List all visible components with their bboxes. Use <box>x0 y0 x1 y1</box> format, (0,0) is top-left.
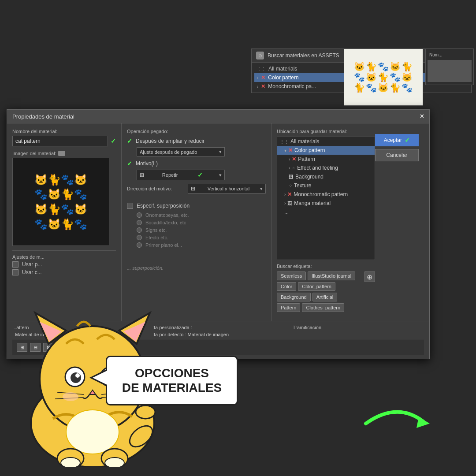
pattern-arrow-icon: › <box>289 157 290 162</box>
all-materials-dots: ⋮⋮ <box>257 67 266 71</box>
bottom-tram-value: Tramificación <box>293 325 424 330</box>
tag-color-pattern[interactable]: Color_pattern <box>298 282 335 291</box>
use-c-row: Usar c... <box>12 269 116 275</box>
accept-button[interactable]: Aceptar ✓ <box>375 134 419 146</box>
right-panel: Ubicación para guardar material: ⋮⋮ All … <box>271 123 429 321</box>
paste-adj-dropdown[interactable]: Ajuste después de pegado ▾ <box>137 147 225 156</box>
tree-all-materials[interactable]: ⋮⋮ All materials <box>277 137 375 146</box>
cat-thumbnails: 🐱🐈🐾🐱🐈🐾🐱🐈🐾🐱🐈🐾🐱🐈🐾 <box>344 49 423 105</box>
accept-checkmark: ✓ <box>405 137 410 144</box>
tree-pattern[interactable]: › ✕ Pattern <box>277 155 375 164</box>
cancel-button[interactable]: Cancelar <box>375 149 419 161</box>
tree-monochromatic[interactable]: › ✕ Monochromatic pattern <box>277 190 375 199</box>
color-pattern-label: Color pattern <box>268 74 298 81</box>
material-image-label: Imagen del material: <box>12 151 116 156</box>
manga-image-icon: 🖼 <box>287 201 292 206</box>
material-name-input[interactable] <box>12 136 108 146</box>
assets-title: Buscar materiales en ASSETS <box>268 52 339 59</box>
left-panel: Nombre del material: ✓ Imagen del materi… <box>7 123 122 321</box>
material-preview-box: 🐱🐈🐾🐱🐾🐱🐈🐾🐱🐈🐾🐱🐾🐱🐈🐾 <box>12 158 109 246</box>
paste-adj-arrow: ▾ <box>219 149 222 155</box>
tag-color[interactable]: Color <box>277 282 296 291</box>
color-pat-arrow-icon: ▾ <box>284 148 286 153</box>
specif-label: Especif. superposición <box>137 203 190 209</box>
all-materials-label: All materials <box>268 66 297 72</box>
use-c-checkbox[interactable] <box>12 269 19 275</box>
adjustments-label: Ajustes de m... <box>12 254 116 260</box>
radio-label-2: Bocadillo/texto, etc <box>145 220 186 225</box>
radio-1[interactable] <box>137 212 142 218</box>
effect-arrow-icon: › <box>289 166 290 171</box>
bubble-text-line2: DE MATERIALES <box>116 380 228 395</box>
folder-icon[interactable] <box>58 151 65 156</box>
svg-point-10 <box>75 373 80 378</box>
save-location-label: Ubicación para guardar material: <box>277 129 375 134</box>
svg-point-21 <box>66 410 119 454</box>
mono-arrow-icon: › <box>284 192 286 197</box>
direction-dropdown[interactable]: ⊞ Vertical y horizontal ▾ <box>188 184 266 193</box>
background-image-icon: 🖼 <box>289 174 294 179</box>
dialog-title: Propiedades de material <box>12 113 74 120</box>
green-arrow <box>361 397 432 434</box>
texture-text: Texture <box>294 182 311 189</box>
more-text: ... <box>284 209 289 215</box>
radio-5[interactable] <box>137 242 142 248</box>
use-p-row: Usar p... <box>12 261 116 268</box>
radio-row-1: Onomatopeyas, etc. <box>137 212 266 218</box>
motivo-check: ✓ <box>127 160 132 167</box>
tree-effect-feeling[interactable]: › ⁘ Effect and feeling <box>277 164 375 172</box>
radio-2[interactable] <box>137 220 142 225</box>
mid-panel: Operación pegado: ✓ Después de ampliar y… <box>122 123 271 321</box>
svg-point-17 <box>63 392 78 401</box>
superposition-note: ... superposición. <box>127 265 266 271</box>
tag-seamless[interactable]: Seamless <box>277 271 306 280</box>
all-mat-dots-icon: ⋮⋮ <box>280 139 289 144</box>
paste-adj-row: Ajuste después de pegado ▾ <box>137 147 266 156</box>
after-reduce-label: Después de ampliar y reducir <box>136 138 205 144</box>
svg-point-20 <box>136 405 155 419</box>
radio-row-2: Bocadillo/texto, etc <box>137 220 266 225</box>
color-pat-cross-icon: ✕ <box>288 147 293 153</box>
tag-illuststudio[interactable]: IllustStudio journal <box>308 271 355 280</box>
repeat-value: Repetir <box>162 172 178 178</box>
tree-texture[interactable]: ⁘ Texture <box>277 181 375 190</box>
preview-cats: 🐱🐈🐾🐱🐾🐱🐈🐾🐱🐈🐾🐱🐾🐱🐈🐾 <box>30 168 92 236</box>
radio-3[interactable] <box>137 227 142 233</box>
right-corner-panel: Nom... <box>425 48 474 85</box>
tree-color-pattern[interactable]: ▾ ✕ Color pattern <box>277 146 375 155</box>
tag-background[interactable]: Background <box>277 293 311 301</box>
motivo-label: Motivo(L) <box>136 160 158 167</box>
name-checkmark: ✓ <box>111 138 116 145</box>
tree-background[interactable]: 🖼 Background <box>277 172 375 181</box>
add-tag-button[interactable]: ⊕ <box>364 271 375 282</box>
material-name-label: Nombre del material: <box>12 129 116 134</box>
tree-more[interactable]: ... <box>277 208 375 216</box>
paste-op-label: Operación pegado: <box>127 129 266 134</box>
manga-text: Manga material <box>294 200 331 206</box>
repeat-icon: ⊞ <box>140 172 144 178</box>
tag-artificial[interactable]: Artificial <box>312 293 338 301</box>
pattern-cross-icon: ✕ <box>292 156 296 162</box>
bottom-tram-col: Tramificación <box>293 325 424 339</box>
repeat-dropdown[interactable]: ⊞ Repetir ✓ ▾ <box>137 170 225 180</box>
specif-checkbox[interactable] <box>127 203 133 209</box>
tag-pattern[interactable]: Pattern <box>277 303 300 312</box>
close-button[interactable]: × <box>420 112 424 120</box>
use-p-checkbox[interactable] <box>12 261 19 268</box>
specif-row: Especif. superposición <box>127 203 266 209</box>
mono-label: Monochromatic pa... <box>268 83 316 89</box>
repeat-arrow: ▾ <box>219 172 222 178</box>
speech-bubble: OPCCIONES DE MATERIALES <box>106 356 238 405</box>
tree-manga[interactable]: › 🖼 Manga material <box>277 199 375 208</box>
after-reduce-row: ✓ Después de ampliar y reducir <box>127 138 266 145</box>
radio-row-5: Primer plano el... <box>137 242 266 248</box>
tag-clothes[interactable]: Clothes_pattern <box>302 303 344 312</box>
radio-4[interactable] <box>137 235 142 240</box>
radio-row-3: Signs etc. <box>137 227 266 233</box>
svg-marker-26 <box>416 417 430 428</box>
svg-point-25 <box>105 457 124 467</box>
thumbnail-area: 🐱🐈🐾🐱🐈🐾🐱🐈🐾🐱🐈🐾🐱🐈🐾 <box>344 48 423 106</box>
pattern-text: Pattern <box>298 156 315 162</box>
assets-icon: ⊙ <box>256 52 264 60</box>
tree-container[interactable]: ⋮⋮ All materials ▾ ✕ Color pattern <box>277 137 375 260</box>
